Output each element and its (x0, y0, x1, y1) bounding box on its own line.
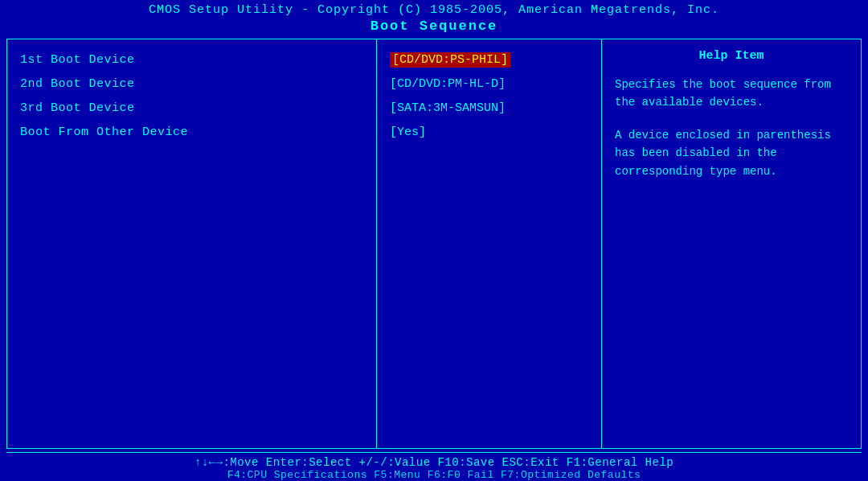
menu-value-row[interactable]: [CD/DVD:PS-PHIL] (390, 49, 588, 70)
menu-label: 1st Boot Device (20, 53, 135, 67)
bios-screen: CMOS Setup Utility - Copyright (C) 1985-… (0, 0, 868, 481)
menu-value-row[interactable]: [Yes] (390, 121, 588, 142)
menu-value-row[interactable]: [SATA:3M-SAMSUN] (390, 97, 588, 118)
bottom-line-2: F4:CPU Specifications F5:Menu F6:F0 Fail… (6, 469, 862, 481)
title-sub: Boot Sequence (0, 18, 868, 34)
menu-label: Boot From Other Device (20, 125, 188, 139)
help-text-2: A device enclosed in parenthesis has bee… (615, 126, 848, 180)
menu-value: [CD/DVD:PM-HL-D] (390, 77, 506, 91)
bottom-line-1: ↑↓←→:Move Enter:Select +/-/:Value F10:Sa… (6, 456, 862, 469)
menu-value: [SATA:3M-SAMSUN] (390, 101, 506, 115)
menu-value: [CD/DVD:PS-PHIL] (390, 52, 510, 68)
help-text-1: Specifies the boot sequence from the ava… (615, 76, 848, 112)
menu-row[interactable]: Boot From Other Device (20, 121, 363, 142)
menu-value-row[interactable]: [CD/DVD:PM-HL-D] (390, 73, 588, 94)
bottom-bar: ↑↓←→:Move Enter:Select +/-/:Value F10:Sa… (6, 452, 862, 481)
menu-row[interactable]: 3rd Boot Device (20, 97, 363, 118)
menu-row[interactable]: 1st Boot Device (20, 49, 363, 70)
help-title: Help Item (615, 49, 848, 63)
menu-label: 2nd Boot Device (20, 77, 135, 91)
title-bar: CMOS Setup Utility - Copyright (C) 1985-… (0, 0, 868, 35)
menu-row[interactable]: 2nd Boot Device (20, 73, 363, 94)
right-panel: Help Item Specifies the boot sequence fr… (602, 39, 861, 448)
menu-label: 3rd Boot Device (20, 101, 135, 115)
menu-value: [Yes] (390, 125, 426, 139)
title-top: CMOS Setup Utility - Copyright (C) 1985-… (0, 3, 868, 17)
left-panel: 1st Boot Device2nd Boot Device3rd Boot D… (7, 39, 377, 448)
main-content: 1st Boot Device2nd Boot Device3rd Boot D… (6, 39, 862, 449)
middle-panel: [CD/DVD:PS-PHIL][CD/DVD:PM-HL-D][SATA:3M… (377, 39, 602, 448)
